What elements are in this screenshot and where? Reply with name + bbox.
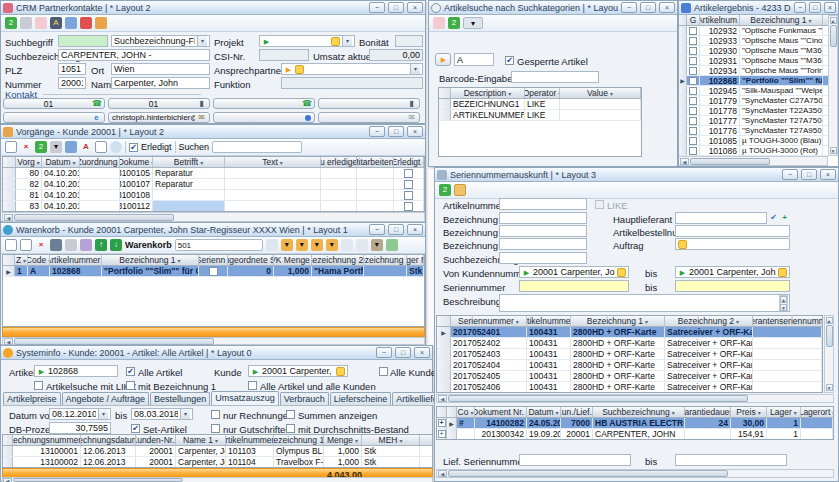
grid-cell[interactable] xyxy=(687,86,700,95)
grid-cell[interactable]: 102931 xyxy=(700,56,740,65)
gesperrt-checkbox[interactable] xyxy=(689,137,697,145)
contacts-icon[interactable] xyxy=(65,141,77,153)
scrollbar-thumb[interactable] xyxy=(448,470,728,477)
tab-artikelpreise[interactable]: Artikelpreise xyxy=(3,392,61,405)
grid-cell-selected[interactable] xyxy=(153,201,225,211)
grid-cell[interactable]: "Optische Maus ""Cino"", Schwarz" xyxy=(740,36,823,45)
erledigt-toolbar-checkbox[interactable]: ✔ xyxy=(129,143,138,152)
name1-input[interactable]: Carpenter, John xyxy=(111,77,210,89)
grid-cell[interactable]: HB AUSTRIA ELECTRONIC PR xyxy=(593,418,685,428)
column-header[interactable]: Lager M xyxy=(407,255,424,265)
vertical-scrollbar[interactable]: ▲ ▼ xyxy=(824,315,834,393)
grid-cell[interactable]: ARTIKELNUMMER xyxy=(451,110,525,120)
phone2-button[interactable]: 01▮ xyxy=(108,98,210,109)
column-header[interactable]: Preis xyxy=(731,407,767,417)
grid-cell[interactable]: 1,000 xyxy=(274,266,312,276)
ort-input[interactable]: Wien xyxy=(111,63,210,75)
column-header[interactable]: Kunden-Nr. xyxy=(136,435,176,445)
titlebar[interactable]: Warenkorb - Kunde 20001 Carpenter, John … xyxy=(1,223,425,237)
scroll-left-icon[interactable]: ◀ xyxy=(4,214,13,221)
minimize-button[interactable]: − xyxy=(376,347,392,358)
grid-cell[interactable]: 100431 xyxy=(527,349,571,359)
scroll-up-icon[interactable]: ▲ xyxy=(826,317,833,324)
column-header[interactable]: Artikelnummer xyxy=(50,255,102,265)
suchkategorie-select[interactable]: Suchbezeichnung-Firma xyxy=(111,35,210,47)
column-header[interactable]: VK Menge xyxy=(274,255,312,265)
grid-cell[interactable]: 13100001 xyxy=(13,446,81,456)
delivery-folder-icon[interactable]: ▾ xyxy=(326,239,338,251)
alle-kunden-checkbox[interactable] xyxy=(379,367,388,376)
table-row[interactable]: 102930"Optische Maus ""M360"", Schwarz" xyxy=(679,46,828,56)
expand-cell[interactable] xyxy=(437,418,447,428)
new-document-icon[interactable] xyxy=(5,239,17,251)
maximize-button[interactable]: □ xyxy=(395,347,411,358)
table-row[interactable]: ARTIKELNUMMER LIKE xyxy=(439,110,641,121)
close-button[interactable]: × xyxy=(659,2,675,13)
row-selector-gutter[interactable] xyxy=(679,26,687,35)
grid-cell[interactable]: Stk xyxy=(362,446,420,456)
tab-umsatzauszug[interactable]: Umsatzauszug xyxy=(211,391,279,405)
grid-cell[interactable] xyxy=(687,66,700,75)
grid-cell[interactable]: 2017052402 xyxy=(451,338,527,348)
titlebar[interactable]: CRM Partnerkontakte | * Layout 2 − □ × xyxy=(1,1,425,15)
grid-cell[interactable] xyxy=(753,371,822,381)
grid-cell[interactable]: 101777 xyxy=(700,116,740,125)
column-header[interactable]: Erledigt xyxy=(394,157,424,167)
grid-cell[interactable]: 24.05.201 xyxy=(527,418,561,428)
minimize-button[interactable]: − xyxy=(621,2,637,13)
scroll-left-icon[interactable]: ◀ xyxy=(680,158,689,165)
scrollbar-thumb[interactable] xyxy=(826,325,833,347)
column-header[interactable]: Bezeichnung 3 xyxy=(364,255,407,265)
copy-document-icon[interactable] xyxy=(20,239,32,251)
warenkorb-number-input[interactable]: 501 xyxy=(175,239,263,251)
clock-icon[interactable] xyxy=(110,141,122,153)
tab-lieferscheine[interactable]: Lieferscheine xyxy=(330,392,392,405)
beschreibung-textarea[interactable] xyxy=(499,294,790,312)
grid-cell[interactable]: 2800HD + ORF-Karte xyxy=(571,382,665,392)
grid-cell[interactable]: "Hama Portfoli xyxy=(312,266,364,276)
row-selector-gutter[interactable] xyxy=(3,179,16,189)
auftrag-input[interactable] xyxy=(675,238,790,250)
minimize-button[interactable]: − xyxy=(782,169,798,180)
grid-cell[interactable] xyxy=(687,126,700,135)
column-header[interactable]: Lager xyxy=(767,407,801,417)
grid-cell[interactable] xyxy=(394,168,424,178)
grid-cell[interactable] xyxy=(560,110,641,120)
erledigt-checkbox[interactable] xyxy=(404,191,413,200)
erledigt-checkbox[interactable] xyxy=(404,180,413,189)
grid-cell[interactable]: Carpenter, John xyxy=(176,457,226,467)
grid-cell[interactable]: 2800HD + ORF-Karte xyxy=(571,327,665,337)
kunde-input[interactable]: 20001 Carpenter, John xyxy=(248,365,348,377)
close-button[interactable]: × xyxy=(407,126,423,137)
refresh-icon[interactable] xyxy=(386,239,398,251)
grid-cell[interactable]: "Portfolio ""Slim"" für Galaxy Tab 10.1 xyxy=(740,76,823,85)
row-selector-gutter[interactable] xyxy=(3,457,13,467)
grid-cell[interactable]: 13100107 xyxy=(120,179,153,189)
column-header[interactable]: Suchbezeichnung xyxy=(593,407,685,417)
dropdown-icon[interactable] xyxy=(197,36,207,46)
grid-cell[interactable]: 04.10.2013 xyxy=(42,201,80,211)
calendar-dropdown-icon[interactable] xyxy=(180,409,190,419)
minimize-button[interactable]: − xyxy=(369,126,385,137)
grid-cell[interactable]: 82 xyxy=(16,179,42,189)
column-header[interactable]: Serienn xyxy=(199,255,228,265)
table-row[interactable]: 2017052402 100431 2800HD + ORF-Karte Sat… xyxy=(437,338,822,349)
gesperrt-checkbox[interactable] xyxy=(689,87,697,95)
add-icon[interactable]: + xyxy=(780,213,789,222)
refresh-icon[interactable]: 2 xyxy=(448,17,460,29)
like-checkbox[interactable] xyxy=(595,200,604,209)
grid-cell[interactable]: 101103 xyxy=(226,446,274,456)
table-row[interactable]: 101086µ TOUGH-3000 (Rot) xyxy=(679,146,828,156)
column-header[interactable]: Vorg xyxy=(16,157,42,167)
grid-cell[interactable]: "Portfolio ""Slim"" für Galaxy Ta xyxy=(102,266,199,276)
row-selector-gutter[interactable] xyxy=(447,429,457,439)
grid-cell[interactable]: µ TOUGH-3000 (Rot) xyxy=(740,146,823,155)
grid-cell[interactable]: # xyxy=(457,418,475,428)
row-selector-gutter[interactable] xyxy=(3,446,13,456)
grid-cell[interactable]: 2017052401 xyxy=(451,327,527,337)
column-header[interactable]: Dokument Nr. xyxy=(475,407,527,417)
bezeichnung2-input[interactable] xyxy=(499,225,587,237)
row-selector-gutter[interactable] xyxy=(679,96,687,105)
refresh-icon[interactable]: 2 xyxy=(5,17,17,29)
table-row[interactable]: 81 04.10.2013 13100108 xyxy=(3,190,424,201)
